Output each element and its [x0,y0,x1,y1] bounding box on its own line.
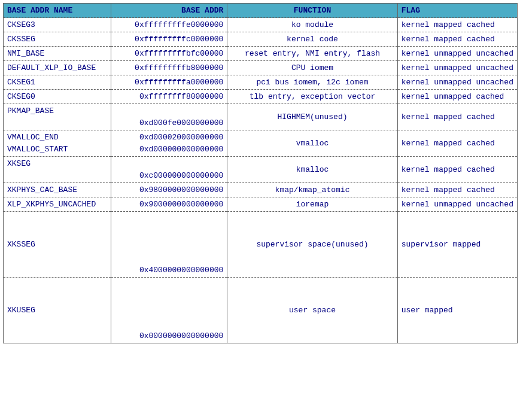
cell-name: CKSEG1 [4,75,111,90]
cell-func: kernel code [227,32,397,47]
cell-flag: kernel mapped cached [397,183,517,197]
cell-flag: user mapped [397,278,517,343]
cell-name-mid: XKSSEG [7,240,107,249]
cell-flag: kernel mapped cached [397,18,517,32]
header-base-addr: BASE ADDR [111,4,227,18]
table-row: XKSEG 0xc000000000000000 kmalloc kernel … [4,157,518,183]
cell-func: pci bus iomem, i2c iomem [227,75,397,90]
cell-name: CKSEG0 [4,90,111,104]
cell-flag: kernel unmapped uncached [397,75,517,90]
cell-addr: 0xfffffffffe0000000 [111,18,227,32]
cell-addr: 0x9000000000000000 [111,197,227,212]
cell-flag: supervisor mapped [397,212,517,278]
table-row: CKSEG0 0xffffffff80000000 tlb entry, exc… [4,90,518,104]
cell-name: CKSSEG [4,32,111,47]
cell-flag: kernel mapped cached [397,32,517,47]
header-flag: FLAG [397,4,517,18]
cell-addr-bottom: 0xd000000000000000 [139,145,223,154]
cell-func: HIGHMEM(unused) [227,104,397,130]
header-function: FUNCTION [227,4,397,18]
cell-func: ko module [227,18,397,32]
cell-name: XLP_XKPHYS_UNCACHED [4,197,111,212]
cell-name-mid: XKUSEG [7,306,107,315]
cell-flag: kernel mapped cached [397,130,517,157]
table-row: XLP_XKPHYS_UNCACHED 0x9000000000000000 i… [4,197,518,212]
cell-name: XKPHYS_CAC_BASE [4,183,111,197]
table-row: XKUSEG 0x0000000000000000 user space use… [4,278,518,343]
cell-func: CPU iomem [227,61,397,75]
cell-name: VMALLOC_END VMALLOC_START [4,130,111,157]
cell-addr: 0xfffffffffa0000000 [111,75,227,90]
cell-func: kmap/kmap_atomic [227,183,397,197]
cell-func: supervisor space(unused) [227,212,397,278]
table-row: XKSSEG 0x4000000000000000 supervisor spa… [4,212,518,278]
table-row: VMALLOC_END VMALLOC_START 0xd00002000000… [4,130,518,157]
cell-func: kmalloc [227,157,397,183]
table-row: XKPHYS_CAC_BASE 0x9800000000000000 kmap/… [4,183,518,197]
cell-name: XKSEG [4,157,111,183]
cell-func: user space [227,278,397,343]
cell-name: CKSEG3 [4,18,111,32]
cell-name: XKSSEG [4,212,111,278]
cell-addr: 0x9800000000000000 [111,183,227,197]
cell-flag: kernel unmapped uncached [397,197,517,212]
cell-func: vmalloc [227,130,397,157]
cell-flag: kernel unmapped uncached [397,47,517,61]
cell-flag: kernel mapped cached [397,157,517,183]
table-row: PKMAP_BASE 0xd000fe0000000000 HIGHMEM(un… [4,104,518,130]
table-row: DEFAULT_XLP_IO_BASE 0xfffffffffb8000000 … [4,61,518,75]
cell-func: tlb entry, exception vector [227,90,397,104]
cell-addr: 0xfffffffffb8000000 [111,61,227,75]
cell-func: ioremap [227,197,397,212]
cell-addr: 0xd000fe0000000000 [111,104,227,130]
table-row: NMI_BASE 0xfffffffffbfc00000 reset entry… [4,47,518,61]
table-row: CKSEG1 0xfffffffffa0000000 pci bus iomem… [4,75,518,90]
cell-name: XKUSEG [4,278,111,343]
table-row: CKSSEG 0xfffffffffc0000000 kernel code k… [4,32,518,47]
cell-addr-top: 0xd000020000000000 [139,133,223,142]
table-row: CKSEG3 0xfffffffffe0000000 ko module ker… [4,18,518,32]
cell-func: reset entry, NMI entry, flash [227,47,397,61]
cell-addr: 0xc000000000000000 [111,157,227,183]
cell-name-bottom: VMALLOC_START [7,145,107,154]
cell-flag: kernel mapped cached [397,104,517,130]
cell-addr: 0x4000000000000000 [111,212,227,278]
table-header-row: BASE ADDR NAME BASE ADDR FUNCTION FLAG [4,4,518,18]
cell-addr: 0xfffffffffbfc00000 [111,47,227,61]
cell-addr: 0xfffffffffc0000000 [111,32,227,47]
cell-name: NMI_BASE [4,47,111,61]
cell-flag: kernel unmapped cached [397,90,517,104]
memory-map-table: BASE ADDR NAME BASE ADDR FUNCTION FLAG C… [3,3,518,343]
cell-addr: 0xd000020000000000 0xd000000000000000 [111,130,227,157]
cell-name: DEFAULT_XLP_IO_BASE [4,61,111,75]
cell-addr: 0x0000000000000000 [111,278,227,343]
cell-addr: 0xffffffff80000000 [111,90,227,104]
header-base-addr-name: BASE ADDR NAME [4,4,111,18]
cell-flag: kernel unmapped uncached [397,61,517,75]
cell-name-top: VMALLOC_END [7,133,107,142]
cell-name: PKMAP_BASE [4,104,111,130]
